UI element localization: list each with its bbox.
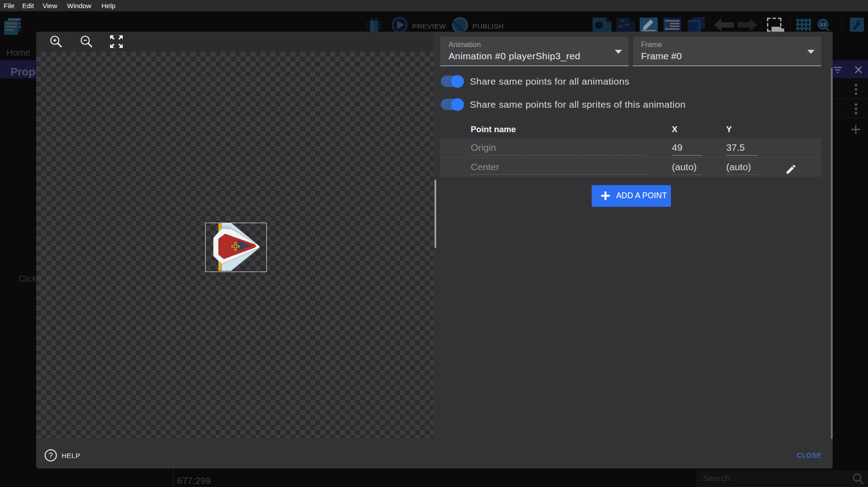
svg-text:?: ? <box>48 451 53 460</box>
svg-text:1:1: 1:1 <box>820 22 826 27</box>
